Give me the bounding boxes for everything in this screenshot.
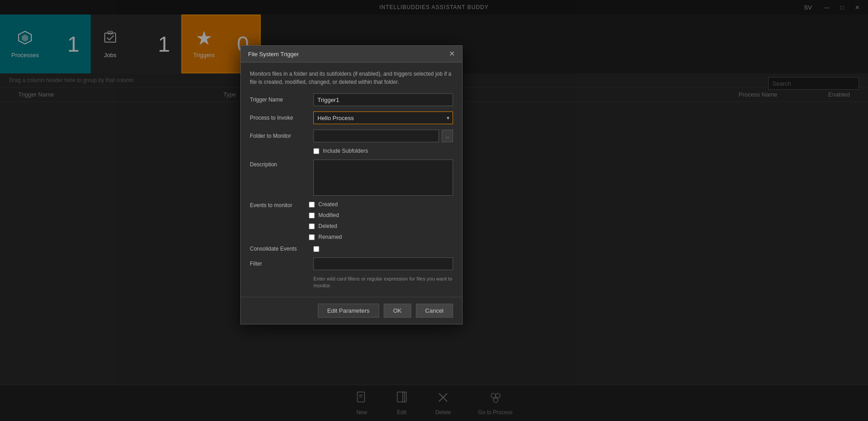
modal-close-button[interactable]: ✕	[449, 50, 455, 58]
process-to-invoke-label: Process to Invoke	[250, 115, 309, 121]
include-subfolders-row: Include Subfolders	[313, 148, 453, 154]
browse-button[interactable]: ..	[442, 130, 453, 142]
modal-title: File System Trigger	[248, 51, 299, 58]
cancel-button[interactable]: Cancel	[416, 304, 453, 318]
modal-body: Monitors files in a folder and its subfo…	[241, 63, 462, 297]
event-created-row: Created	[309, 201, 342, 208]
event-deleted-label: Deleted	[318, 223, 337, 229]
event-renamed-row: Renamed	[309, 234, 342, 240]
filter-input[interactable]	[313, 257, 453, 270]
filter-help: Enter wild card filters or regular expre…	[313, 276, 453, 290]
event-renamed-label: Renamed	[318, 234, 342, 240]
modal-overlay: File System Trigger ✕ Monitors files in …	[0, 0, 868, 421]
modal-file-system-trigger: File System Trigger ✕ Monitors files in …	[240, 45, 463, 324]
modal-footer: Edit Parameters OK Cancel	[241, 297, 462, 324]
event-modified-row: Modified	[309, 212, 342, 218]
folder-monitor-row: Folder to Monitor ..	[250, 130, 453, 142]
event-deleted-row: Deleted	[309, 223, 342, 229]
consolidate-checkbox[interactable]	[313, 246, 319, 252]
consolidate-label: Consolidate Events	[250, 246, 309, 252]
events-label: Events to monitor	[250, 201, 309, 240]
filter-label: Filter	[250, 261, 309, 267]
ok-button[interactable]: OK	[384, 304, 411, 318]
trigger-name-input[interactable]	[313, 93, 453, 106]
event-created-checkbox[interactable]	[309, 202, 315, 208]
modal-description: Monitors files in a folder and its subfo…	[250, 70, 453, 86]
description-textarea[interactable]	[313, 160, 453, 196]
event-created-label: Created	[318, 201, 338, 208]
folder-input-group: ..	[313, 130, 453, 142]
filter-row: Filter	[250, 257, 453, 270]
events-section: Events to monitor Created Modified Delet…	[250, 201, 453, 240]
event-renamed-checkbox[interactable]	[309, 234, 315, 240]
event-modified-checkbox[interactable]	[309, 213, 315, 218]
edit-parameters-button[interactable]: Edit Parameters	[318, 304, 379, 318]
trigger-name-row: Trigger Name	[250, 93, 453, 106]
event-deleted-checkbox[interactable]	[309, 223, 315, 229]
process-select-wrapper: Hello Process ▼	[313, 111, 453, 124]
description-row: Description	[250, 160, 453, 196]
folder-label: Folder to Monitor	[250, 133, 309, 139]
process-to-invoke-select[interactable]: Hello Process	[313, 111, 453, 124]
modal-header: File System Trigger ✕	[241, 46, 462, 63]
consolidate-events-row: Consolidate Events	[250, 246, 453, 252]
process-to-invoke-row: Process to Invoke Hello Process ▼	[250, 111, 453, 124]
include-subfolders-checkbox[interactable]	[313, 148, 319, 154]
events-checkboxes: Created Modified Deleted Renamed	[309, 201, 342, 240]
include-subfolders-label: Include Subfolders	[323, 148, 368, 154]
description-label: Description	[250, 160, 309, 168]
trigger-name-label: Trigger Name	[250, 97, 309, 103]
folder-input[interactable]	[313, 130, 439, 142]
event-modified-label: Modified	[318, 212, 339, 218]
